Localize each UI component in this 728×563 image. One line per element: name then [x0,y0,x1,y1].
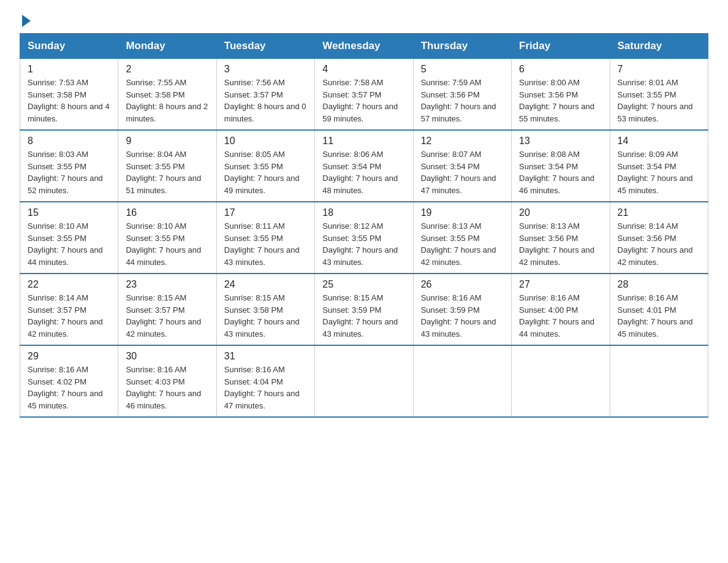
calendar-day-cell: 4Sunrise: 7:58 AMSunset: 3:57 PMDaylight… [315,59,413,131]
weekday-header-row: SundayMondayTuesdayWednesdayThursdayFrid… [20,34,708,59]
day-info: Sunrise: 8:00 AMSunset: 3:56 PMDaylight:… [519,77,602,124]
calendar-day-cell: 29Sunrise: 8:16 AMSunset: 4:02 PMDayligh… [20,345,118,417]
calendar-day-cell: 16Sunrise: 8:10 AMSunset: 3:55 PMDayligh… [118,202,216,274]
calendar-day-cell: 20Sunrise: 8:13 AMSunset: 3:56 PMDayligh… [512,202,610,274]
calendar-day-cell: 30Sunrise: 8:16 AMSunset: 4:03 PMDayligh… [118,345,216,417]
calendar-day-cell: 13Sunrise: 8:08 AMSunset: 3:54 PMDayligh… [512,130,610,202]
day-number: 9 [126,136,208,147]
day-number: 2 [126,64,208,75]
calendar-day-cell: 26Sunrise: 8:16 AMSunset: 3:59 PMDayligh… [413,274,511,345]
calendar-day-cell: 23Sunrise: 8:15 AMSunset: 3:57 PMDayligh… [118,274,216,345]
day-number: 30 [126,351,208,362]
day-number: 23 [126,279,208,290]
day-info: Sunrise: 8:15 AMSunset: 3:58 PMDaylight:… [224,292,307,340]
calendar-day-cell: 27Sunrise: 8:16 AMSunset: 4:00 PMDayligh… [512,274,610,345]
weekday-header-tuesday: Tuesday [216,34,314,59]
weekday-header-thursday: Thursday [413,34,511,59]
day-info: Sunrise: 8:14 AMSunset: 3:56 PMDaylight:… [618,220,700,268]
calendar-day-cell [512,345,610,417]
calendar-day-cell: 11Sunrise: 8:06 AMSunset: 3:54 PMDayligh… [315,130,413,202]
day-number: 14 [618,136,700,147]
day-info: Sunrise: 8:16 AMSunset: 4:03 PMDaylight:… [126,364,208,412]
day-info: Sunrise: 8:01 AMSunset: 3:55 PMDaylight:… [618,77,700,124]
day-info: Sunrise: 8:16 AMSunset: 4:04 PMDaylight:… [224,364,307,412]
weekday-header-saturday: Saturday [610,34,708,59]
day-number: 25 [322,279,405,290]
calendar-day-cell: 18Sunrise: 8:12 AMSunset: 3:55 PMDayligh… [315,202,413,274]
calendar-day-cell: 24Sunrise: 8:15 AMSunset: 3:58 PMDayligh… [216,274,314,345]
day-number: 5 [421,64,504,75]
logo-blue-text [20,15,31,27]
day-info: Sunrise: 8:07 AMSunset: 3:54 PMDaylight:… [421,148,504,196]
calendar-day-cell: 15Sunrise: 8:10 AMSunset: 3:55 PMDayligh… [20,202,118,274]
day-info: Sunrise: 8:04 AMSunset: 3:55 PMDaylight:… [126,148,208,196]
calendar-day-cell: 25Sunrise: 8:15 AMSunset: 3:59 PMDayligh… [315,274,413,345]
day-number: 16 [126,207,208,218]
day-info: Sunrise: 8:15 AMSunset: 3:57 PMDaylight:… [126,292,208,340]
logo-triangle-icon [22,15,31,27]
day-info: Sunrise: 8:08 AMSunset: 3:54 PMDaylight:… [519,148,602,196]
calendar-day-cell: 28Sunrise: 8:16 AMSunset: 4:01 PMDayligh… [610,274,708,345]
day-number: 26 [421,279,504,290]
logo [20,15,31,27]
day-info: Sunrise: 8:05 AMSunset: 3:55 PMDaylight:… [224,148,307,196]
calendar-day-cell: 21Sunrise: 8:14 AMSunset: 3:56 PMDayligh… [610,202,708,274]
day-number: 17 [224,207,307,218]
day-number: 8 [28,136,110,147]
calendar-table: SundayMondayTuesdayWednesdayThursdayFrid… [20,33,708,418]
day-number: 13 [519,136,602,147]
day-number: 10 [224,136,307,147]
calendar-day-cell: 31Sunrise: 8:16 AMSunset: 4:04 PMDayligh… [216,345,314,417]
day-info: Sunrise: 8:13 AMSunset: 3:55 PMDaylight:… [421,220,504,268]
day-info: Sunrise: 7:53 AMSunset: 3:58 PMDaylight:… [28,77,110,124]
day-number: 28 [618,279,700,290]
day-number: 22 [28,279,110,290]
calendar-day-cell: 14Sunrise: 8:09 AMSunset: 3:54 PMDayligh… [610,130,708,202]
calendar-week-row: 15Sunrise: 8:10 AMSunset: 3:55 PMDayligh… [20,202,708,274]
calendar-week-row: 29Sunrise: 8:16 AMSunset: 4:02 PMDayligh… [20,345,708,417]
day-info: Sunrise: 7:59 AMSunset: 3:56 PMDaylight:… [421,77,504,124]
day-info: Sunrise: 8:11 AMSunset: 3:55 PMDaylight:… [224,220,307,268]
day-number: 19 [421,207,504,218]
day-number: 27 [519,279,602,290]
calendar-day-cell: 17Sunrise: 8:11 AMSunset: 3:55 PMDayligh… [216,202,314,274]
day-info: Sunrise: 8:16 AMSunset: 4:01 PMDaylight:… [618,292,700,340]
calendar-day-cell [315,345,413,417]
day-number: 4 [322,64,405,75]
calendar-day-cell: 1Sunrise: 7:53 AMSunset: 3:58 PMDaylight… [20,59,118,131]
day-info: Sunrise: 8:15 AMSunset: 3:59 PMDaylight:… [322,292,405,340]
calendar-day-cell [610,345,708,417]
day-info: Sunrise: 7:55 AMSunset: 3:58 PMDaylight:… [126,77,208,124]
page-header [20,15,708,27]
day-number: 15 [28,207,110,218]
day-number: 21 [618,207,700,218]
day-number: 1 [28,64,110,75]
day-info: Sunrise: 8:12 AMSunset: 3:55 PMDaylight:… [322,220,405,268]
weekday-header-wednesday: Wednesday [315,34,413,59]
calendar-day-cell: 22Sunrise: 8:14 AMSunset: 3:57 PMDayligh… [20,274,118,345]
day-number: 6 [519,64,602,75]
day-info: Sunrise: 8:09 AMSunset: 3:54 PMDaylight:… [618,148,700,196]
weekday-header-monday: Monday [118,34,216,59]
day-info: Sunrise: 8:16 AMSunset: 3:59 PMDaylight:… [421,292,504,340]
calendar-day-cell: 12Sunrise: 8:07 AMSunset: 3:54 PMDayligh… [413,130,511,202]
calendar-week-row: 22Sunrise: 8:14 AMSunset: 3:57 PMDayligh… [20,274,708,345]
calendar-day-cell: 2Sunrise: 7:55 AMSunset: 3:58 PMDaylight… [118,59,216,131]
calendar-day-cell: 5Sunrise: 7:59 AMSunset: 3:56 PMDaylight… [413,59,511,131]
calendar-day-cell [413,345,511,417]
day-number: 7 [618,64,700,75]
calendar-day-cell: 8Sunrise: 8:03 AMSunset: 3:55 PMDaylight… [20,130,118,202]
calendar-day-cell: 6Sunrise: 8:00 AMSunset: 3:56 PMDaylight… [512,59,610,131]
calendar-day-cell: 9Sunrise: 8:04 AMSunset: 3:55 PMDaylight… [118,130,216,202]
calendar-week-row: 8Sunrise: 8:03 AMSunset: 3:55 PMDaylight… [20,130,708,202]
calendar-day-cell: 19Sunrise: 8:13 AMSunset: 3:55 PMDayligh… [413,202,511,274]
day-info: Sunrise: 8:14 AMSunset: 3:57 PMDaylight:… [28,292,110,340]
day-number: 3 [224,64,307,75]
calendar-day-cell: 10Sunrise: 8:05 AMSunset: 3:55 PMDayligh… [216,130,314,202]
day-info: Sunrise: 8:13 AMSunset: 3:56 PMDaylight:… [519,220,602,268]
day-info: Sunrise: 8:06 AMSunset: 3:54 PMDaylight:… [322,148,405,196]
day-info: Sunrise: 7:56 AMSunset: 3:57 PMDaylight:… [224,77,307,124]
day-number: 11 [322,136,405,147]
day-number: 29 [28,351,110,362]
day-number: 18 [322,207,405,218]
